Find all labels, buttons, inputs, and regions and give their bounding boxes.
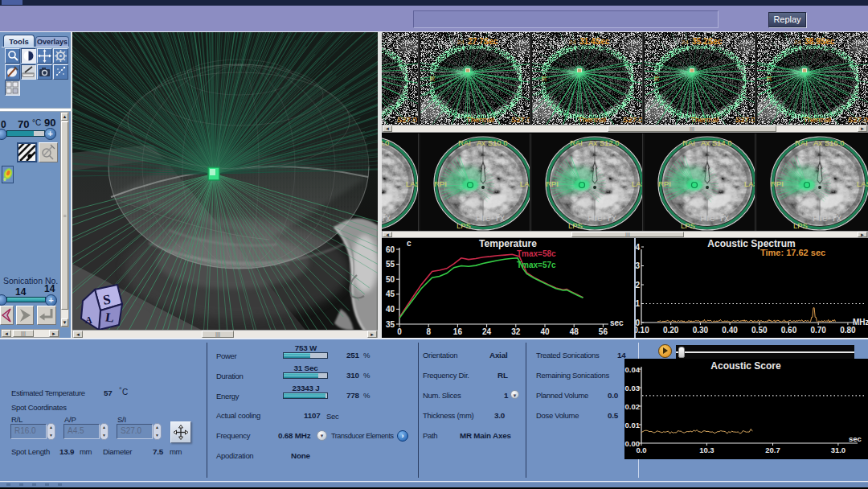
svg-text:24: 24 (482, 327, 492, 336)
svg-text:31.0: 31.0 (831, 446, 846, 454)
svg-text:S27.0: S27.0 (848, 115, 868, 124)
svg-text:MHz: MHz (853, 318, 868, 327)
svg-text:sec: sec (849, 434, 862, 443)
svg-text:Acoustic Score: Acoustic Score (710, 360, 781, 372)
svg-text:RAI: RAI (570, 138, 583, 147)
svg-text:35: 35 (386, 320, 395, 329)
svg-text:c: c (407, 239, 411, 248)
svg-text:Tmax=58c: Tmax=58c (517, 249, 556, 258)
svg-text:LPS: LPS (793, 221, 808, 230)
svg-text:S27.0: S27.0 (623, 115, 642, 124)
svg-text:S27.0: S27.0 (735, 115, 755, 124)
svg-text:45: 45 (386, 290, 395, 298)
svg-text:0.80: 0.80 (840, 326, 856, 335)
svg-text:56: 56 (599, 327, 608, 336)
svg-text:RPI: RPI (434, 179, 447, 188)
svg-text:3: 3 (636, 261, 640, 270)
svg-text:0.0: 0.0 (636, 446, 646, 454)
svg-text:Thermal: Thermal (466, 115, 494, 124)
svg-text:Ax S16.0: Ax S16.0 (813, 138, 845, 147)
svg-text:24: 24 (794, 39, 801, 46)
svg-text:W: W (449, 38, 457, 46)
svg-text:Pre-Tx: Pre-Tx (813, 212, 841, 224)
svg-text:RPI: RPI (546, 179, 559, 188)
svg-text:Thermal: Thermal (690, 115, 719, 124)
svg-text:24: 24 (569, 39, 576, 46)
svg-text:55: 55 (386, 260, 395, 269)
svg-text:0.60: 0.60 (781, 326, 797, 335)
svg-text:Tmax=57c: Tmax=57c (517, 261, 556, 269)
svg-text:50: 50 (386, 275, 395, 284)
svg-text:8: 8 (426, 327, 431, 336)
svg-text:LAS: LAS (744, 179, 755, 188)
svg-text:4: 4 (636, 243, 640, 252)
svg-text:W: W (561, 38, 568, 46)
svg-text:Ax S12.0: Ax S12.0 (588, 138, 620, 147)
svg-text:1: 1 (636, 299, 640, 308)
svg-text:LPS: LPS (568, 221, 583, 230)
svg-text:0.30: 0.30 (693, 326, 709, 335)
svg-text:LAS: LAS (406, 179, 418, 188)
svg-text:0.40: 0.40 (722, 326, 738, 335)
svg-text:32: 32 (511, 327, 521, 336)
svg-text:40: 40 (386, 305, 395, 314)
svg-text:RAI: RAI (795, 138, 808, 147)
svg-text:0.04: 0.04 (625, 365, 641, 374)
svg-text:S27.0: S27.0 (511, 115, 530, 124)
svg-text:0.50: 0.50 (751, 326, 768, 335)
svg-text:16: 16 (453, 327, 463, 336)
svg-text:0.03: 0.03 (625, 384, 641, 392)
svg-text:Ax S8.0: Ax S8.0 (382, 138, 389, 147)
svg-text:0.20: 0.20 (663, 326, 679, 335)
svg-text:Temperature: Temperature (479, 238, 537, 249)
svg-text:LPS: LPS (457, 221, 471, 230)
svg-text:R: R (654, 75, 660, 83)
svg-text:0: 0 (397, 327, 402, 336)
svg-text:0.10: 0.10 (636, 326, 649, 335)
svg-text:Time: 17.62 sec: Time: 17.62 sec (760, 248, 825, 257)
svg-text:LAS: LAS (632, 179, 642, 188)
svg-text:RAI: RAI (458, 138, 471, 147)
svg-text:31.4Sec: 31.4Sec (579, 37, 610, 46)
svg-text:0.01: 0.01 (625, 421, 641, 429)
svg-text:20.7: 20.7 (765, 446, 780, 454)
svg-text:S27.0: S27.0 (397, 115, 417, 124)
svg-text:Thermal: Thermal (578, 115, 606, 124)
svg-text:38.9Sec: 38.9Sec (805, 37, 835, 46)
svg-text:RAI: RAI (682, 138, 695, 147)
svg-text:Ax S14.0: Ax S14.0 (701, 138, 732, 147)
svg-text:60: 60 (386, 245, 395, 254)
svg-text:2: 2 (636, 281, 640, 290)
svg-text:R: R (542, 75, 547, 83)
svg-text:RPI: RPI (771, 179, 784, 188)
svg-text:27.7Sec: 27.7Sec (468, 37, 498, 46)
svg-text:Pre-Tx: Pre-Tx (588, 212, 616, 224)
svg-text:Ax S10.0: Ax S10.0 (477, 138, 508, 147)
svg-text:0.70: 0.70 (810, 326, 826, 335)
svg-text:A: A (85, 314, 92, 326)
svg-text:Pre-Tx: Pre-Tx (700, 212, 729, 224)
svg-text:R: R (767, 75, 772, 83)
svg-text:0.02: 0.02 (625, 402, 641, 411)
svg-text:RPI: RPI (658, 179, 671, 188)
svg-text:W: W (786, 38, 793, 46)
svg-text:W: W (674, 38, 681, 46)
svg-text:40: 40 (540, 327, 550, 336)
svg-text:24: 24 (457, 39, 465, 46)
svg-text:LPS: LPS (681, 221, 695, 230)
svg-text:Pre-Tx: Pre-Tx (382, 212, 391, 224)
svg-text:35.2Sec: 35.2Sec (692, 37, 723, 46)
svg-text:Thermal: Thermal (803, 115, 831, 124)
svg-text:48: 48 (570, 327, 579, 336)
svg-text:sec: sec (610, 318, 624, 327)
svg-text:R: R (430, 75, 436, 83)
svg-text:10.3: 10.3 (699, 446, 714, 454)
svg-text:LAS: LAS (857, 179, 868, 188)
svg-text:24: 24 (682, 39, 689, 46)
svg-text:Pre-Tx: Pre-Tx (476, 212, 505, 224)
